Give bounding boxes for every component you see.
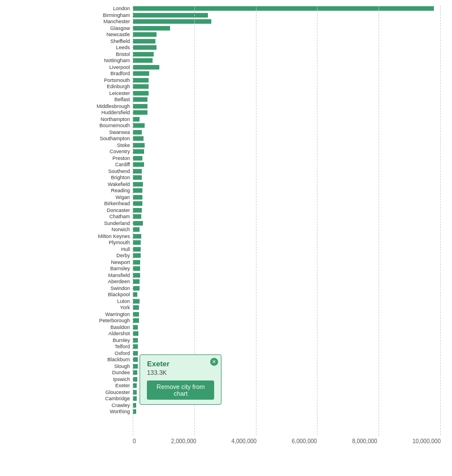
bar-label: Norwich — [68, 227, 130, 232]
bar-label: Chatham — [68, 214, 130, 219]
bar-label: Sunderland — [68, 220, 130, 226]
grid-line-3 — [317, 6, 318, 435]
bar-label: Bradford — [68, 71, 130, 76]
bar-label: Gloucester — [68, 390, 130, 395]
bar-label: Manchester — [68, 19, 130, 24]
bar-label: Leicester — [68, 90, 130, 96]
bar-label: Wigan — [68, 194, 130, 200]
bar-label: Preston — [68, 155, 130, 161]
bar-label: Basildon — [68, 324, 130, 330]
bar-label: York — [68, 305, 130, 310]
bar-label: Derby — [68, 253, 130, 258]
bar-label: Middlesbrough — [68, 103, 130, 109]
bar-label: Newport — [68, 259, 130, 265]
x-axis-labels: 02,000,0004,000,0006,000,0008,000,00010,… — [133, 438, 441, 452]
bar-label: Edinburgh — [68, 84, 130, 89]
tooltip-city-value: 133.3K — [147, 369, 214, 376]
bar-label: Swansea — [68, 129, 130, 135]
grid-line-4 — [379, 6, 379, 435]
bar-label: Liverpool — [68, 64, 130, 70]
bar-label: Warrington — [68, 311, 130, 317]
bar-label: Oxford — [68, 350, 130, 356]
bar-label: Glasgow — [68, 25, 130, 31]
bar-label: Cambridge — [68, 396, 130, 401]
x-axis-label: 10,000,000 — [412, 438, 441, 452]
tooltip-city-name: Exeter — [147, 360, 214, 368]
bar-label: London — [68, 6, 130, 11]
bar-label: Blackpool — [68, 292, 130, 297]
grid-line-5 — [440, 6, 441, 435]
bar-label: Bristol — [68, 51, 130, 57]
remove-city-button[interactable]: Remove city from chart — [147, 380, 214, 400]
bar-label: Cardiff — [68, 162, 130, 167]
bar-label: Worthing — [68, 409, 130, 414]
bar-label: Southampton — [68, 136, 130, 141]
bars-area: LondonBirminghamManchesterGlasgowNewcast… — [133, 6, 441, 452]
bar-label: Mansfield — [68, 272, 130, 278]
bar-label: Blackburn — [68, 357, 130, 362]
bar-label: Wakefield — [68, 181, 130, 187]
bar-label: Crawley — [68, 403, 130, 408]
bar-label: Nottingham — [68, 58, 130, 63]
bar-label: Ipswich — [68, 377, 130, 382]
bar-label: Swindon — [68, 285, 130, 291]
bar-label: Belfast — [68, 97, 130, 102]
tooltip: ✕Exeter133.3KRemove city from chart — [140, 354, 221, 405]
grid-line-2 — [256, 6, 257, 435]
bar-label: Plymouth — [68, 240, 130, 245]
x-axis-label: 4,000,000 — [232, 438, 257, 452]
bar-label: Telford — [68, 344, 130, 349]
x-axis-label: 6,000,000 — [292, 438, 317, 452]
bar-label: Northampton — [68, 116, 130, 122]
bar-label: Hull — [68, 246, 130, 252]
bar-label: Burnley — [68, 337, 130, 343]
chart-area: LondonBirminghamManchesterGlasgowNewcast… — [68, 6, 441, 452]
x-axis-label: 2,000,000 — [171, 438, 197, 452]
bar-label: Southend — [68, 168, 130, 174]
bar-label: Dundee — [68, 370, 130, 375]
bar-label: Brighton — [68, 175, 130, 180]
bar-label: Milton Keynes — [68, 233, 130, 239]
grid-line-0 — [133, 6, 133, 435]
bar-label: Portsmouth — [68, 77, 130, 83]
bar-label: Newcastle — [68, 32, 130, 37]
bar-label: Aldershot — [68, 331, 130, 336]
bar-label: Birmingham — [68, 12, 130, 18]
bar-label: Barnsley — [68, 266, 130, 271]
bar-label: Aberdeen — [68, 279, 130, 284]
bar-label: Huddersfield — [68, 110, 130, 115]
bar-label: Sheffield — [68, 38, 130, 44]
tooltip-close-button[interactable]: ✕ — [210, 358, 218, 366]
bar-label: Exeter — [68, 383, 130, 388]
bar-label: Bournemouth — [68, 123, 130, 128]
chart-container: LondonBirminghamManchesterGlasgowNewcast… — [0, 0, 452, 476]
bar-label: Peterborough — [68, 318, 130, 323]
bar-label: Slough — [68, 364, 130, 369]
bar-label: Reading — [68, 188, 130, 193]
x-axis-label: 8,000,000 — [352, 438, 377, 452]
x-axis-label: 0 — [133, 438, 136, 452]
bar-label: Doncaster — [68, 207, 130, 213]
bar-label: Luton — [68, 298, 130, 304]
bar-label: Leeds — [68, 45, 130, 50]
bar-label: Stoke — [68, 142, 130, 148]
bar-label: Birkenhead — [68, 201, 130, 206]
bar-label: Coventry — [68, 149, 130, 154]
